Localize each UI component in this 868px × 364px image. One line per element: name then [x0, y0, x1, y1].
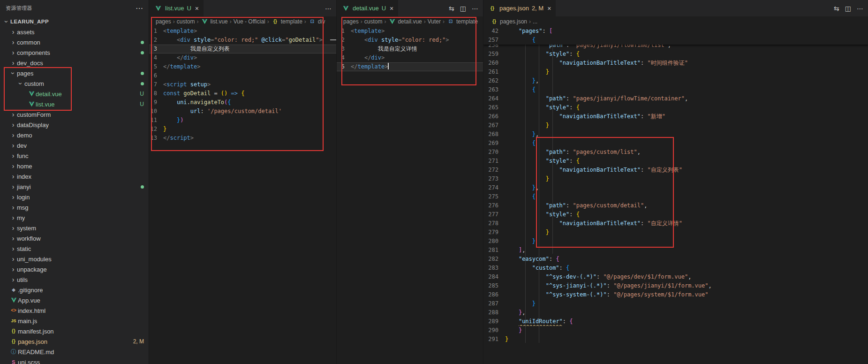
tree-item-demo[interactable]: ›demo	[0, 130, 149, 140]
code-line[interactable]: 275 {	[483, 192, 868, 201]
breadcrumb-item-div[interactable]: ⊡div	[308, 18, 325, 25]
more-actions-icon[interactable]: ⋯	[325, 5, 332, 12]
explorer-more-actions-icon[interactable]: ⋯	[136, 4, 143, 13]
code-line[interactable]: 268 },	[483, 130, 868, 139]
tree-item-pages[interactable]: ›pages	[0, 68, 149, 78]
code-line[interactable]: 2 <div style="color: red;">	[337, 36, 483, 45]
code-line[interactable]: 285 "^sys-jianyi-(.*)": "@/pages/jianyi/…	[483, 281, 868, 290]
code-line[interactable]: 274 },	[483, 183, 868, 192]
more-actions-icon[interactable]: ⋯	[857, 5, 863, 12]
tree-item-my[interactable]: ›my	[0, 212, 149, 223]
tree-item-jianyi[interactable]: ›jianyi	[0, 182, 149, 192]
breadcrumb-item-custom[interactable]: custom	[177, 18, 195, 25]
split-editor-icon[interactable]: ◫	[845, 5, 851, 12]
tree-item-index-html[interactable]: <>index.html	[0, 305, 149, 316]
code-line[interactable]: 261 }	[483, 68, 868, 76]
tree-item-readme-md[interactable]: ⓘREADME.md	[0, 347, 149, 357]
tree-item-components[interactable]: ›components	[0, 47, 149, 58]
tree-item-static[interactable]: ›static	[0, 243, 149, 254]
tab-list-vue[interactable]: list.vueU×	[149, 0, 204, 16]
tree-item-workflow[interactable]: ›workflow	[0, 233, 149, 243]
code-line[interactable]: 7<script setup>	[149, 80, 336, 89]
code-line[interactable]: 284 "^sys-dev-(.*)": "@/pages/dev/$1/for…	[483, 273, 868, 281]
code-line[interactable]: 5</template>	[149, 62, 336, 71]
more-actions-icon[interactable]: ⋯	[472, 5, 478, 12]
code-line[interactable]: 281 ],	[483, 246, 868, 255]
code-line[interactable]: 257 {	[483, 36, 868, 45]
code-line[interactable]: 277 "style": {	[483, 210, 868, 219]
tree-item-system[interactable]: ›system	[0, 223, 149, 233]
tree-item-uni-scss[interactable]: Suni.scss	[0, 357, 149, 364]
compare-changes-icon[interactable]: ⇆	[834, 5, 839, 12]
close-icon[interactable]: ×	[547, 5, 551, 12]
tree-item-customform[interactable]: ›customForm	[0, 109, 149, 120]
code-line[interactable]: 278 "navigationBarTitleText": "自定义详情"	[483, 219, 868, 228]
code-line[interactable]: 6	[149, 71, 336, 80]
tree-item-dev-docs[interactable]: ›dev_docs	[0, 58, 149, 68]
compare-changes-icon[interactable]: ⇆	[449, 5, 454, 12]
code-line[interactable]: 266 "navigationBarTitleText": "新增"	[483, 112, 868, 121]
tree-item-manifest-json[interactable]: {}manifest.json	[0, 326, 149, 336]
code-line[interactable]: 1<template>	[337, 27, 483, 36]
tree-item-assets[interactable]: ›assets	[0, 27, 149, 37]
code-line[interactable]: 11 })	[149, 116, 336, 125]
breadcrumb-item-pages-json[interactable]: {}pages.json	[490, 18, 527, 25]
code-line[interactable]: 4 </div>	[149, 53, 336, 62]
split-editor-icon[interactable]: ◫	[460, 5, 466, 12]
tree-item-datadisplay[interactable]: ›dataDisplay	[0, 120, 149, 130]
code-line[interactable]: 3 我是自定义列表	[149, 45, 336, 53]
code-line[interactable]: 13</script>	[149, 134, 336, 143]
breadcrumb-item-custom[interactable]: custom	[364, 18, 383, 25]
code-line[interactable]: 260 "navigationBarTitleText": "时间组件验证"	[483, 59, 868, 68]
tab-pages-json[interactable]: {}pages.json2, M×	[483, 0, 556, 16]
breadcrumb-item-vue-official[interactable]: Vue - Official	[234, 18, 265, 25]
tree-item-msg[interactable]: ›msg	[0, 202, 149, 212]
tree-item-uni-modules[interactable]: ›uni_modules	[0, 254, 149, 264]
code-line[interactable]: 291}	[483, 335, 868, 344]
tab-detail-vue[interactable]: detail.vueU×	[337, 0, 398, 16]
tree-item-main-js[interactable]: JSmain.js	[0, 316, 149, 326]
code-line[interactable]: 279 }	[483, 228, 868, 237]
tree-item-login[interactable]: ›login	[0, 192, 149, 202]
tree-item-common[interactable]: ›common	[0, 37, 149, 47]
code-line[interactable]: 3 我是自定义详情	[337, 45, 483, 53]
code-line[interactable]: 10 url: '/pages/custom/detail'	[149, 107, 336, 116]
tree-item-utils[interactable]: ›utils	[0, 274, 149, 285]
code-line[interactable]: 42 "pages": [	[483, 27, 868, 36]
code-line[interactable]: 290 }	[483, 326, 868, 335]
code-line[interactable]: 264 "path": "pages/jianyi/flowTime/conta…	[483, 94, 868, 103]
tree-item-home[interactable]: ›home	[0, 161, 149, 171]
breadcrumb-item-vuter[interactable]: Vuter	[428, 18, 441, 25]
breadcrumb-item-pages[interactable]: pages	[156, 18, 171, 25]
tree-item-custom[interactable]: ›custom	[0, 78, 149, 89]
code-line[interactable]: 12}	[149, 125, 336, 134]
code-line[interactable]: 1<template>	[149, 27, 336, 36]
code-line[interactable]: 282 "easycom": {	[483, 255, 868, 264]
breadcrumb-item-template[interactable]: {}template	[271, 18, 302, 25]
code-line[interactable]: 262 },	[483, 76, 868, 85]
tree-item-func[interactable]: ›func	[0, 151, 149, 161]
code-line[interactable]: 270 "path": "pages/custom/list",	[483, 148, 868, 157]
code-line[interactable]: 5</template>	[337, 62, 483, 71]
tree-item-app-vue[interactable]: App.vue	[0, 295, 149, 305]
code-line[interactable]: 259 "style": {	[483, 50, 868, 59]
tree-item-unpackage[interactable]: ›unpackage	[0, 264, 149, 274]
tree-item-detail-vue[interactable]: detail.vueU	[0, 89, 149, 99]
code-line[interactable]: 263 {	[483, 85, 868, 94]
code-line[interactable]: 283 "custom": {	[483, 264, 868, 273]
code-line[interactable]: 269 {	[483, 139, 868, 148]
breadcrumb-item-[interactable]: ...	[533, 18, 537, 25]
tree-item-dev[interactable]: ›dev	[0, 140, 149, 151]
code-line[interactable]: 289 "uniIdRouter": {	[483, 317, 868, 326]
breadcrumb-item-pages[interactable]: pages	[343, 18, 359, 25]
code-line[interactable]: 9 uni.navigateTo({	[149, 98, 336, 107]
code-line[interactable]: 287 }	[483, 299, 868, 308]
code-line[interactable]: 4 </div>	[337, 53, 483, 62]
tree-item-gitignore[interactable]: ◆.gitignore	[0, 285, 149, 295]
code-line[interactable]: 273 }	[483, 174, 868, 183]
close-icon[interactable]: ×	[195, 5, 199, 12]
breadcrumb-item-template[interactable]: ⊡template	[446, 18, 478, 25]
breadcrumb-item-list-vue[interactable]: list.vue	[200, 18, 227, 25]
code-line[interactable]: 280 }	[483, 237, 868, 246]
code-line[interactable]: 272 "navigationBarTitleText": "自定义列表"	[483, 166, 868, 174]
